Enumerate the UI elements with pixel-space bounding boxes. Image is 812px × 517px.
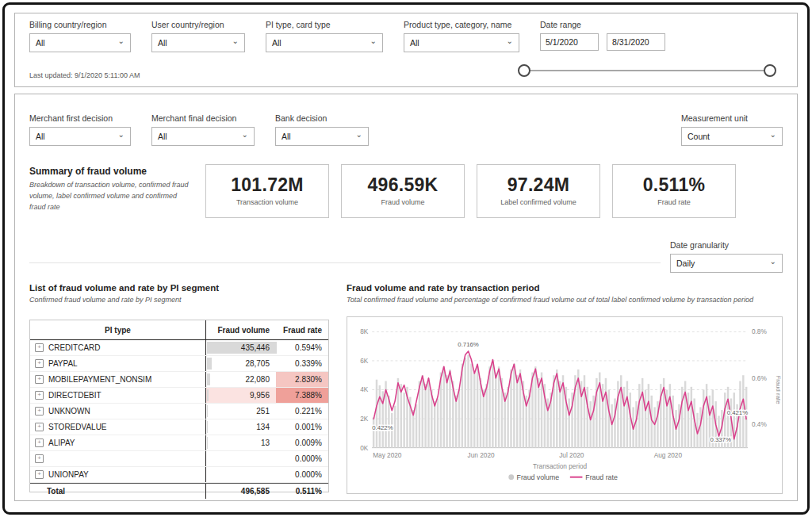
slider-handle-right[interactable] (764, 64, 776, 77)
filter-label-merchant-first: Merchant first decision (29, 113, 131, 123)
svg-text:2K: 2K (360, 416, 369, 423)
table-row[interactable]: +ALIPAY130.009% (30, 435, 328, 451)
pi-type-cell: +CREDITCARD (30, 340, 206, 355)
expand-icon[interactable]: + (35, 407, 44, 416)
section-divider (29, 262, 661, 263)
filter-label-billing-country: Billing country/region (29, 20, 131, 29)
fraud-rate-cell: 0.221% (276, 404, 328, 419)
measurement-unit-dropdown[interactable]: Count ⌄ (681, 127, 783, 146)
fraud-volume-value: 435,446 (241, 343, 270, 352)
bank-decision-dropdown[interactable]: All ⌄ (275, 127, 369, 146)
svg-text:Jul 2020: Jul 2020 (559, 452, 584, 459)
table-row[interactable]: +CREDITCARD435,4460.594% (30, 340, 328, 356)
date-range-slider[interactable] (518, 63, 776, 78)
slider-handle-left[interactable] (518, 64, 530, 77)
svg-text:Aug 2020: Aug 2020 (654, 452, 683, 459)
merchant-first-decision-dropdown[interactable]: All ⌄ (29, 127, 131, 146)
filter-billing-country: Billing country/region All ⌄ (29, 20, 131, 52)
kpi-transaction-volume: 101.72M Transaction volume (205, 164, 329, 218)
pi-type-cell: +ALIPAY (30, 435, 206, 450)
table-section-header: List of fraud volume and rate by PI segm… (29, 283, 331, 305)
y-right-axis-title: Fraud rate (775, 376, 782, 404)
kpi-value: 101.72M (206, 174, 328, 196)
date-range-start-input[interactable]: 5/1/2020 (540, 33, 599, 51)
table-total-row: Total496,5850.511% (30, 483, 328, 499)
pi-type-cell: +UNKNOWN (30, 404, 206, 419)
table-row[interactable]: +DIRECTDEBIT9,9567.388% (30, 388, 328, 404)
summary-section-header: Summary of fraud volume Breakdown of tra… (29, 166, 194, 213)
pi-type-cell: +UNIONPAY (30, 467, 206, 482)
product-type-dropdown[interactable]: All ⌄ (404, 33, 519, 52)
chart-legend: Fraud volumeFraud rate (508, 473, 618, 481)
volume-data-bar (207, 389, 209, 401)
table-row[interactable]: +MOBILEPAYMENT_NONSIM22,0802.830% (30, 372, 328, 388)
legend-fraud-volume[interactable]: Fraud volume (508, 473, 559, 481)
pi-segment-table[interactable]: PI type Fraud volume Fraud rate +CREDITC… (29, 320, 329, 492)
expand-icon[interactable]: + (35, 359, 44, 368)
top-filter-row: Billing country/region All ⌄ User countr… (29, 20, 665, 52)
bank-decision-value: All (282, 132, 291, 141)
filter-measurement-unit: Measurement unit Count ⌄ (681, 113, 783, 146)
chevron-down-icon: ⌄ (232, 37, 239, 45)
chevron-down-icon: ⌄ (356, 131, 362, 139)
pi-type-label: STOREDVALUE (48, 423, 107, 431)
table-row[interactable]: +UNIONPAY0.000% (30, 467, 328, 483)
fraud-volume-cell: 435,446 (206, 340, 276, 355)
fraud-trend-chart[interactable]: 0K2K4K6K8K0.4%0.6%0.8%May 2020Jun 2020Ju… (347, 316, 783, 494)
expand-icon[interactable]: + (35, 423, 44, 431)
table-row[interactable]: +PAYPAL28,7050.339% (30, 356, 328, 372)
svg-text:May 2020: May 2020 (373, 452, 402, 459)
filter-merchant-first-decision: Merchant first decision All ⌄ (29, 113, 131, 146)
column-header-pi-type[interactable]: PI type (30, 320, 206, 339)
user-country-dropdown[interactable]: All ⌄ (151, 33, 245, 52)
billing-country-dropdown[interactable]: All ⌄ (29, 33, 131, 52)
table-title: List of fraud volume and rate by PI segm… (29, 283, 331, 293)
legend-fraud-rate[interactable]: Fraud rate (570, 473, 618, 481)
column-header-fraud-rate[interactable]: Fraud rate (276, 320, 328, 339)
fraud-volume-cell: 251 (206, 404, 276, 419)
table-row[interactable]: +0.000% (30, 451, 328, 467)
pi-type-label: ALIPAY (48, 438, 75, 447)
filter-label-user-country: User country/region (151, 20, 245, 29)
fraud-volume-cell: 496,585 (206, 484, 276, 499)
pi-type-cell: +STOREDVALUE (30, 419, 206, 435)
expand-icon[interactable]: + (35, 343, 44, 352)
filter-merchant-final-decision: Merchant final decision All ⌄ (151, 113, 255, 146)
fraud-volume-value: 251 (256, 407, 270, 416)
filter-label-merchant-final: Merchant final decision (151, 113, 255, 123)
chevron-down-icon: ⌄ (118, 37, 124, 45)
filter-label-measurement-unit: Measurement unit (681, 113, 783, 123)
svg-text:0.421%: 0.421% (727, 409, 749, 416)
expand-icon[interactable]: + (35, 375, 44, 384)
expand-icon[interactable]: + (35, 454, 44, 463)
billing-country-value: All (36, 38, 45, 48)
date-granularity-dropdown[interactable]: Daily ⌄ (670, 254, 783, 273)
expand-icon[interactable]: + (35, 470, 44, 479)
fraud-rate-cell: 0.009% (276, 435, 328, 450)
date-range-end-input[interactable]: 8/31/2020 (607, 33, 665, 51)
kpi-label-confirmed-volume: 97.24M Label confirmed volume (477, 164, 600, 218)
slider-track[interactable] (524, 70, 770, 71)
fraud-combo-chart-svg[interactable]: 0K2K4K6K8K0.4%0.6%0.8%May 2020Jun 2020Ju… (347, 317, 782, 493)
chevron-down-icon: ⌄ (507, 37, 513, 45)
fraud-volume-value: 13 (261, 438, 270, 447)
table-subtitle: Confirmed fraud volume and rate by PI se… (29, 295, 331, 305)
expand-icon[interactable]: + (35, 391, 44, 400)
filter-label-pi-type: PI type, card type (266, 20, 383, 29)
table-row[interactable]: +STOREDVALUE1340.001% (30, 419, 328, 435)
decision-filter-row: Merchant first decision All ⌄ Merchant f… (29, 113, 369, 146)
pi-type-dropdown[interactable]: All ⌄ (266, 33, 383, 52)
merchant-final-decision-dropdown[interactable]: All ⌄ (151, 127, 255, 146)
svg-text:0.422%: 0.422% (372, 424, 393, 431)
filter-pi-type: PI type, card type All ⌄ (266, 20, 383, 52)
chevron-down-icon: ⌄ (770, 131, 776, 139)
table-row[interactable]: +UNKNOWN2510.221% (30, 404, 328, 419)
fraud-rate-cell: 0.001% (276, 419, 328, 435)
pi-type-cell: +MOBILEPAYMENT_NONSIM (30, 372, 206, 387)
fraud-volume-cell: 13 (206, 435, 276, 450)
kpi-card-row: 101.72M Transaction volume 496.59K Fraud… (205, 164, 736, 218)
kpi-fraud-rate: 0.511% Fraud rate (612, 164, 736, 218)
expand-icon[interactable]: + (35, 438, 44, 447)
kpi-label: Fraud rate (613, 198, 735, 206)
column-header-fraud-volume[interactable]: Fraud volume (206, 320, 276, 339)
